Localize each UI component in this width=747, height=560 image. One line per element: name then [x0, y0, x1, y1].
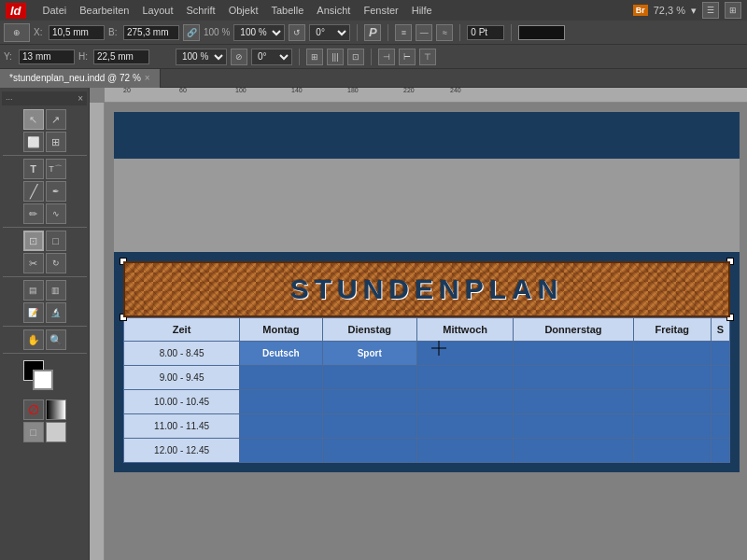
subject-cell: [416, 390, 514, 414]
menu-objekt[interactable]: Objekt: [229, 5, 259, 16]
frame-rect-tool[interactable]: ⊡: [23, 231, 44, 251]
preview-view[interactable]: □: [46, 422, 66, 442]
text-tool[interactable]: T: [23, 159, 44, 179]
pen-tool[interactable]: ✒: [46, 181, 66, 202]
menu-datei[interactable]: Datei: [43, 5, 67, 16]
subject-cell: [416, 366, 514, 390]
pt-input[interactable]: [467, 25, 504, 40]
color-display: [518, 25, 565, 40]
y-input[interactable]: [19, 49, 75, 64]
menu-fenster[interactable]: Fenster: [363, 5, 398, 16]
x-input[interactable]: [49, 25, 105, 40]
smooth-tool[interactable]: ∿: [46, 203, 66, 224]
doc-gray-area: [114, 159, 740, 252]
subject-cell: [633, 414, 711, 439]
note-tool[interactable]: 📝: [23, 302, 44, 323]
subject-cell: [240, 390, 323, 414]
subject-cell: Sport: [322, 342, 416, 366]
eyedropper-tool[interactable]: 🔬: [46, 302, 66, 323]
path-text-tool[interactable]: T⌒: [46, 159, 66, 179]
subject-cell: [712, 366, 730, 390]
tool-row-5: ✏ ∿: [23, 203, 66, 224]
time-cell: 9.00 - 9.45: [124, 366, 240, 390]
scale-x-select[interactable]: 100 %: [233, 24, 285, 41]
type-align-icon: ≡: [395, 24, 412, 41]
toolbox-close-button[interactable]: ×: [78, 93, 83, 104]
table-row: 12.00 - 12.45: [124, 439, 730, 463]
subject-cell: [514, 342, 633, 366]
table-row: 8.00 - 8.45DeutschSport: [124, 342, 730, 366]
scale-x-label: 100 %: [204, 27, 230, 37]
main-area: ··· × ↖ ↗ ⬜ ⊞ T T⌒ ╱ ✒ ✏ ∿ ⊡ □: [0, 88, 747, 560]
table-row: 11.00 - 11.45: [124, 414, 730, 439]
menu-tabelle[interactable]: Tabelle: [271, 5, 303, 16]
gradient-tool[interactable]: ▤: [23, 280, 44, 301]
tab-close-button[interactable]: ×: [145, 73, 150, 83]
app-logo: Id: [6, 3, 26, 19]
time-cell: 10.00 - 10.45: [124, 390, 240, 414]
ruler-mark-220: 220: [403, 88, 415, 93]
menu-schrift[interactable]: Schrift: [187, 5, 216, 16]
text-flow-icon: ⊞: [306, 49, 323, 65]
document-tab[interactable]: *stundenplan_neu.indd @ 72 % ×: [0, 69, 161, 88]
col-donnerstag: Donnerstag: [514, 318, 633, 342]
scale-y-select[interactable]: 100 %: [176, 49, 227, 65]
ruler-mark-240: 240: [450, 88, 461, 93]
col-dienstag: Dienstag: [322, 318, 416, 342]
menu-hilfe[interactable]: Hilfe: [412, 5, 432, 16]
toolbox-header: ··· ×: [2, 91, 87, 105]
rotate-icon: ↺: [289, 24, 305, 41]
angle1-select[interactable]: 0°: [309, 24, 350, 41]
gradient-swatch[interactable]: [46, 399, 66, 420]
direct-selection-tool[interactable]: ↗: [46, 109, 66, 130]
tool-row-9: 📝 🔬: [23, 302, 66, 323]
tool-row-1: ↖ ↗: [23, 109, 66, 130]
zoom-dropdown-icon[interactable]: ▾: [691, 5, 697, 17]
w-input[interactable]: [123, 25, 179, 40]
subject-cell: [240, 414, 323, 439]
line-tool[interactable]: ╱: [23, 181, 44, 202]
stroke-swatch[interactable]: [33, 370, 53, 390]
subject-cell: [322, 414, 416, 439]
gap-tool[interactable]: ⊞: [46, 132, 66, 152]
subject-cell: [514, 390, 633, 414]
w-label: B:: [108, 27, 120, 37]
pencil-tool[interactable]: ✏: [23, 203, 44, 224]
gradient-feather-tool[interactable]: ▥: [46, 280, 66, 301]
canvas-area[interactable]: 20 60 100 140 180 220 240: [90, 88, 747, 560]
menu-ansicht[interactable]: Ansicht: [317, 5, 350, 16]
subject-cell: [712, 439, 730, 463]
free-transform-tool[interactable]: ↻: [46, 253, 66, 273]
page-tool[interactable]: ⬜: [23, 132, 44, 152]
view-options-button[interactable]: ☰: [702, 2, 719, 19]
normal-view[interactable]: □: [23, 422, 44, 442]
menu-layout[interactable]: Layout: [142, 5, 173, 16]
shape-rect-tool[interactable]: □: [46, 231, 66, 251]
transform-tool-icon: ⊕: [4, 23, 30, 42]
x-label: X:: [34, 27, 45, 37]
subject-cell: [322, 439, 416, 463]
col-zeit: Zeit: [124, 318, 240, 342]
constraint-icon[interactable]: 🔗: [183, 24, 200, 41]
zoom-tool[interactable]: 🔍: [46, 329, 66, 350]
ruler-top: 20 60 100 140 180 220 240: [105, 88, 747, 103]
menu-bearbeiten[interactable]: Bearbeiten: [79, 5, 129, 16]
hand-tool[interactable]: ✋: [23, 329, 44, 350]
ruler-mark-180: 180: [347, 88, 359, 93]
tool-row-4: ╱ ✒: [23, 181, 66, 202]
stundenplan-banner[interactable]: STUNDENPLAN: [123, 261, 730, 317]
subject-cell: [416, 414, 514, 439]
angle2-select[interactable]: 0°: [251, 49, 292, 65]
subject-cell: [416, 342, 514, 366]
selection-tool[interactable]: ↖: [23, 109, 44, 130]
h-input[interactable]: [93, 49, 149, 64]
scissors-tool[interactable]: ✂: [23, 253, 44, 273]
none-swatch[interactable]: ∅: [23, 399, 44, 420]
banner-container: STUNDENPLAN: [123, 261, 730, 317]
ruler-mark-20: 20: [123, 88, 131, 93]
align-center-icon: ⊢: [399, 49, 416, 65]
col-extra: S: [712, 318, 730, 342]
panel-button[interactable]: ⊞: [725, 2, 741, 19]
tool-row-2: ⬜ ⊞: [23, 132, 66, 152]
ruler-mark-100: 100: [235, 88, 247, 93]
